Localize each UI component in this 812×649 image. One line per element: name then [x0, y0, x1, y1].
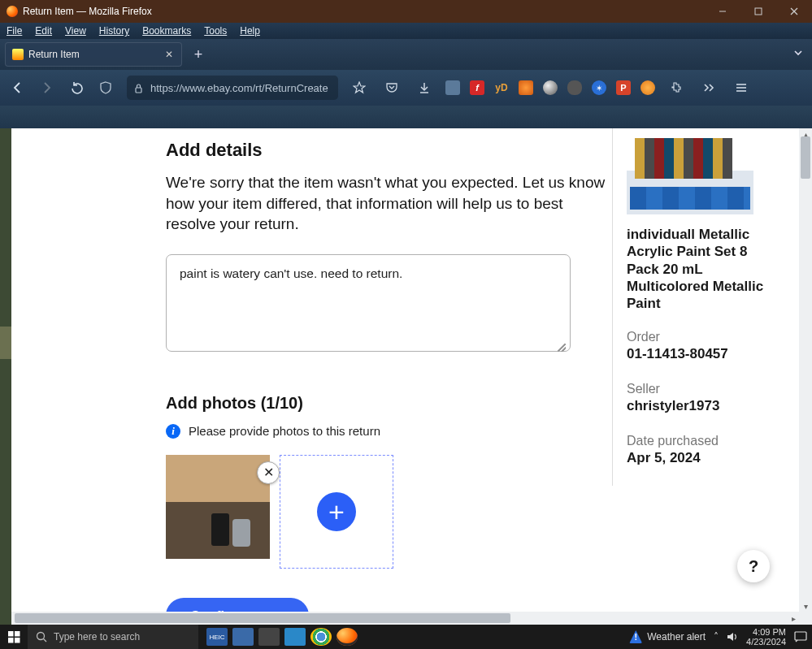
plus-icon: +	[317, 492, 356, 531]
photo-instruction-text: Please provide photos to this return	[189, 424, 380, 438]
extension-fox-icon[interactable]	[519, 80, 533, 95]
extension-cloud-icon[interactable]	[567, 80, 582, 95]
back-button[interactable]	[7, 76, 29, 99]
seller-label: Seller	[627, 382, 783, 396]
taskbar-search[interactable]: Type here to search	[28, 625, 198, 649]
browser-tab[interactable]: Return Item ✕	[5, 42, 182, 67]
url-text: https://www.ebay.com/rt/ReturnCreate	[150, 82, 328, 94]
svg-rect-12	[8, 638, 14, 643]
window-minimize-button[interactable]	[705, 0, 740, 23]
add-photos-heading: Add photos (1/10)	[166, 394, 629, 413]
windows-taskbar: Type here to search HEIC ! Weather alert…	[0, 625, 812, 649]
remove-photo-button[interactable]: ✕	[257, 461, 280, 484]
add-photo-button[interactable]: +	[280, 455, 393, 569]
window-maximize-button[interactable]	[740, 0, 776, 23]
add-details-heading: Add details	[166, 140, 629, 161]
tray-volume-icon[interactable]	[727, 631, 738, 643]
menu-history[interactable]: History	[99, 25, 129, 37]
taskbar-app-explorer[interactable]	[232, 628, 254, 646]
bookmark-star-icon[interactable]	[348, 76, 371, 99]
new-tab-button[interactable]: +	[187, 43, 210, 66]
tray-chevron-up-icon[interactable]: ˄	[714, 631, 719, 643]
svg-marker-16	[727, 633, 733, 641]
window-title: Return Item — Mozilla Firefox	[23, 6, 152, 17]
downloads-icon[interactable]	[413, 76, 436, 99]
seller-name: christyler1973	[627, 398, 783, 414]
textarea-resize-handle[interactable]	[558, 344, 566, 352]
menu-tools[interactable]: Tools	[204, 25, 227, 37]
browser-toolbar: https://www.ebay.com/rt/ReturnCreate f y…	[0, 70, 812, 106]
extension-key-icon[interactable]: ✶	[592, 80, 606, 95]
menu-bookmarks[interactable]: Bookmarks	[142, 25, 191, 37]
menu-file[interactable]: File	[7, 25, 22, 37]
start-button[interactable]	[0, 625, 28, 649]
order-number: 01-11413-80457	[627, 346, 783, 362]
uploaded-photo-thumbnail[interactable]: ✕	[166, 455, 270, 559]
browser-menubar: File Edit View History Bookmarks Tools H…	[0, 23, 812, 39]
taskbar-app-store[interactable]	[258, 628, 280, 646]
tray-notifications-icon[interactable]	[794, 631, 807, 643]
window-titlebar: Return Item — Mozilla Firefox	[0, 0, 812, 23]
product-image	[627, 133, 753, 214]
forward-button[interactable]	[36, 76, 59, 99]
product-title: individuall Metallic Acrylic Paint Set 8…	[627, 226, 783, 312]
extension-orange-icon[interactable]	[640, 80, 655, 95]
help-button[interactable]: ?	[737, 550, 770, 582]
extension-p-icon[interactable]: P	[616, 80, 631, 95]
address-bar[interactable]: https://www.ebay.com/rt/ReturnCreate	[127, 76, 338, 100]
svg-rect-4	[136, 88, 141, 93]
tracking-shield-icon[interactable]	[94, 76, 117, 99]
extension-icon[interactable]	[445, 80, 460, 95]
order-label: Order	[627, 330, 783, 344]
horizontal-scrollbar[interactable]: ◂ ▸	[11, 612, 799, 625]
extensions-button[interactable]	[665, 76, 688, 99]
panel-divider	[612, 128, 613, 486]
menu-edit[interactable]: Edit	[35, 25, 52, 37]
taskbar-app-heic[interactable]: HEIC	[206, 628, 228, 646]
lock-icon	[133, 83, 144, 93]
taskbar-date: 4/23/2024	[746, 637, 786, 647]
vertical-scrollbar[interactable]: ▴ ▾	[799, 128, 812, 612]
extension-ball-icon[interactable]	[543, 80, 558, 95]
date-label: Date purchased	[627, 434, 783, 448]
tab-close-button[interactable]: ✕	[163, 49, 175, 60]
return-details-textarea[interactable]	[166, 254, 571, 352]
browser-theme-band	[0, 106, 812, 128]
confirm-return-button[interactable]: Confirm return	[166, 598, 309, 612]
info-icon: i	[166, 424, 180, 439]
ebay-favicon-icon	[12, 49, 24, 60]
overflow-chevron-icon[interactable]	[697, 76, 720, 99]
window-close-button[interactable]	[776, 0, 812, 23]
extension-flash-icon[interactable]: f	[470, 80, 484, 95]
tab-strip: Return Item ✕ +	[0, 39, 812, 70]
svg-rect-11	[15, 631, 20, 637]
reload-button[interactable]	[65, 76, 88, 99]
scroll-down-arrow-icon[interactable]: ▾	[799, 600, 812, 612]
taskbar-app-snip[interactable]	[284, 628, 306, 646]
svg-marker-5	[354, 82, 365, 93]
taskbar-clock[interactable]: 4:09 PM 4/23/2024	[746, 627, 786, 647]
scrollbar-corner	[799, 612, 812, 625]
app-menu-button[interactable]	[730, 76, 753, 99]
horizontal-scroll-thumb[interactable]	[15, 613, 510, 623]
vertical-scroll-thumb[interactable]	[801, 136, 810, 179]
svg-rect-10	[8, 631, 14, 637]
svg-line-15	[44, 639, 47, 643]
pocket-icon[interactable]	[380, 76, 403, 99]
tab-title: Return Item	[28, 49, 80, 60]
taskbar-app-chrome[interactable]	[310, 628, 332, 646]
svg-point-14	[37, 633, 45, 640]
weather-text: Weather alert	[647, 631, 706, 643]
scroll-right-arrow-icon[interactable]: ▸	[788, 612, 799, 625]
date-value: Apr 5, 2024	[627, 450, 783, 466]
search-icon	[36, 631, 47, 643]
extension-yd-icon[interactable]: yD	[494, 80, 509, 95]
menu-help[interactable]: Help	[240, 25, 260, 37]
taskbar-weather[interactable]: ! Weather alert	[629, 630, 706, 643]
weather-alert-icon: !	[629, 630, 642, 643]
taskbar-app-firefox[interactable]	[337, 628, 358, 646]
background-page-sliver	[0, 128, 11, 625]
menu-view[interactable]: View	[65, 25, 86, 37]
browser-viewport: Add details We're sorry that the item wa…	[0, 128, 812, 625]
tabs-overflow-button[interactable]	[792, 47, 804, 62]
